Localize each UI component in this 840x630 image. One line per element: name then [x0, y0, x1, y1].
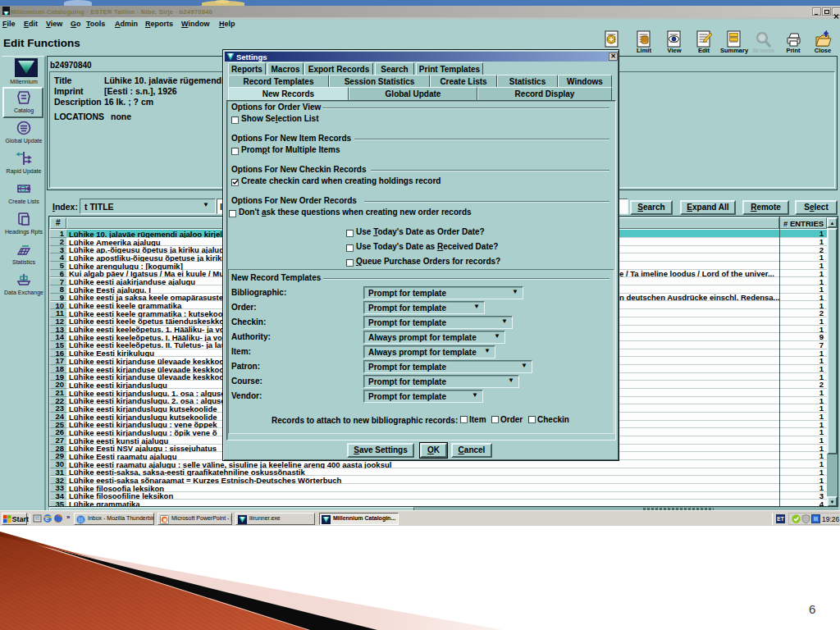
svg-text:e: e [45, 515, 49, 523]
